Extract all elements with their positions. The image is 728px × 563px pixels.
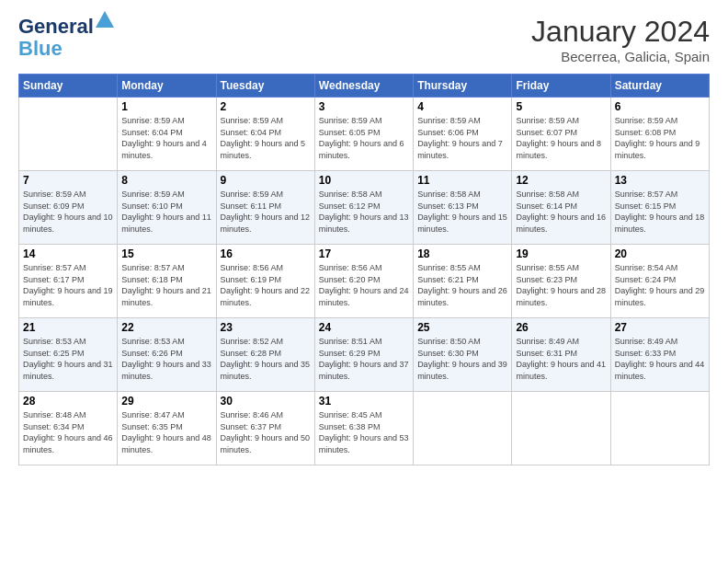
calendar-cell: [512, 392, 610, 465]
sunrise: Sunrise: 8:53 AM: [121, 337, 185, 346]
day-number: 20: [615, 247, 705, 260]
day-number: 28: [23, 395, 113, 408]
sunset: Sunset: 6:30 PM: [417, 349, 479, 358]
daylight: Daylight: 9 hours and 21 minutes.: [121, 286, 211, 307]
sunset: Sunset: 6:11 PM: [221, 201, 282, 211]
calendar-cell: 30 Sunrise: 8:46 AM Sunset: 6:37 PM Dayl…: [216, 392, 314, 465]
title-area: January 2024 Becerrea, Galicia, Spain: [531, 15, 710, 64]
sunset: Sunset: 6:26 PM: [121, 349, 183, 358]
logo-general: General: [18, 15, 94, 38]
sunset: Sunset: 6:14 PM: [516, 201, 577, 211]
sunrise: Sunrise: 8:59 AM: [417, 116, 481, 125]
sunset: Sunset: 6:07 PM: [516, 128, 577, 137]
sunset: Sunset: 6:21 PM: [417, 275, 479, 284]
calendar-cell: 26 Sunrise: 8:49 AM Sunset: 6:31 PM Dayl…: [512, 318, 610, 392]
logo: General Blue: [18, 15, 94, 61]
sunset: Sunset: 6:12 PM: [319, 201, 381, 211]
sunrise: Sunrise: 8:59 AM: [221, 116, 284, 125]
daylight: Daylight: 9 hours and 53 minutes.: [319, 433, 409, 454]
sunset: Sunset: 6:31 PM: [516, 349, 577, 358]
day-info: Sunrise: 8:53 AM Sunset: 6:26 PM Dayligh…: [121, 336, 211, 382]
day-number: 30: [221, 395, 311, 408]
daylight: Daylight: 9 hours and 15 minutes.: [417, 213, 507, 234]
daylight: Daylight: 9 hours and 29 minutes.: [615, 286, 705, 307]
day-info: Sunrise: 8:49 AM Sunset: 6:33 PM Dayligh…: [615, 336, 705, 382]
calendar-cell: 3 Sunrise: 8:59 AM Sunset: 6:05 PM Dayli…: [314, 98, 413, 171]
calendar-cell: 29 Sunrise: 8:47 AM Sunset: 6:35 PM Dayl…: [118, 392, 216, 465]
calendar-cell: 21 Sunrise: 8:53 AM Sunset: 6:25 PM Dayl…: [19, 318, 118, 392]
day-info: Sunrise: 8:53 AM Sunset: 6:25 PM Dayligh…: [23, 336, 113, 382]
day-number: 26: [516, 321, 606, 334]
month-title: January 2024: [531, 15, 710, 49]
week-row-5: 28 Sunrise: 8:48 AM Sunset: 6:34 PM Dayl…: [19, 392, 710, 465]
sunset: Sunset: 6:34 PM: [23, 422, 85, 431]
day-info: Sunrise: 8:55 AM Sunset: 6:23 PM Dayligh…: [516, 262, 606, 308]
day-info: Sunrise: 8:58 AM Sunset: 6:13 PM Dayligh…: [417, 189, 507, 235]
day-info: Sunrise: 8:48 AM Sunset: 6:34 PM Dayligh…: [23, 409, 113, 455]
daylight: Daylight: 9 hours and 26 minutes.: [417, 286, 507, 307]
col-header-friday: Friday: [512, 75, 610, 98]
daylight: Daylight: 9 hours and 28 minutes.: [516, 286, 606, 307]
sunrise: Sunrise: 8:56 AM: [221, 263, 284, 272]
daylight: Daylight: 9 hours and 33 minutes.: [121, 360, 211, 381]
day-info: Sunrise: 8:47 AM Sunset: 6:35 PM Dayligh…: [121, 409, 211, 455]
calendar-cell: 27 Sunrise: 8:49 AM Sunset: 6:33 PM Dayl…: [610, 318, 709, 392]
sunset: Sunset: 6:29 PM: [319, 349, 381, 358]
sunset: Sunset: 6:19 PM: [221, 275, 282, 284]
day-info: Sunrise: 8:58 AM Sunset: 6:12 PM Dayligh…: [319, 189, 409, 235]
daylight: Daylight: 9 hours and 24 minutes.: [319, 286, 409, 307]
calendar-cell: 2 Sunrise: 8:59 AM Sunset: 6:04 PM Dayli…: [216, 98, 314, 171]
daylight: Daylight: 9 hours and 37 minutes.: [319, 360, 409, 381]
calendar-cell: [610, 392, 709, 465]
sunrise: Sunrise: 8:59 AM: [121, 116, 185, 125]
calendar-cell: 22 Sunrise: 8:53 AM Sunset: 6:26 PM Dayl…: [118, 318, 216, 392]
svg-marker-0: [96, 11, 114, 28]
daylight: Daylight: 9 hours and 46 minutes.: [23, 433, 113, 454]
day-number: 23: [221, 321, 311, 334]
daylight: Daylight: 9 hours and 8 minutes.: [516, 139, 601, 160]
daylight: Daylight: 9 hours and 18 minutes.: [615, 213, 705, 234]
day-info: Sunrise: 8:59 AM Sunset: 6:07 PM Dayligh…: [516, 115, 606, 161]
day-info: Sunrise: 8:45 AM Sunset: 6:38 PM Dayligh…: [319, 409, 409, 455]
day-number: 31: [319, 395, 409, 408]
sunrise: Sunrise: 8:45 AM: [319, 410, 382, 419]
day-info: Sunrise: 8:57 AM Sunset: 6:15 PM Dayligh…: [615, 189, 705, 235]
sunrise: Sunrise: 8:46 AM: [221, 410, 284, 419]
day-number: 16: [221, 247, 311, 260]
calendar-cell: 1 Sunrise: 8:59 AM Sunset: 6:04 PM Dayli…: [118, 98, 216, 171]
sunset: Sunset: 6:24 PM: [615, 275, 677, 284]
sunset: Sunset: 6:23 PM: [516, 275, 577, 284]
daylight: Daylight: 9 hours and 39 minutes.: [417, 360, 507, 381]
header: General Blue January 2024 Becerrea, Gali…: [18, 15, 710, 64]
sunset: Sunset: 6:35 PM: [121, 422, 183, 431]
daylight: Daylight: 9 hours and 4 minutes.: [121, 139, 207, 160]
calendar-cell: [414, 392, 512, 465]
daylight: Daylight: 9 hours and 22 minutes.: [221, 286, 311, 307]
day-number: 15: [121, 247, 211, 260]
calendar-cell: 13 Sunrise: 8:57 AM Sunset: 6:15 PM Dayl…: [610, 171, 709, 245]
sunrise: Sunrise: 8:50 AM: [417, 337, 481, 346]
daylight: Daylight: 9 hours and 7 minutes.: [417, 139, 503, 160]
calendar-cell: 23 Sunrise: 8:52 AM Sunset: 6:28 PM Dayl…: [216, 318, 314, 392]
day-number: 4: [417, 100, 507, 113]
calendar-cell: 28 Sunrise: 8:48 AM Sunset: 6:34 PM Dayl…: [19, 392, 118, 465]
day-info: Sunrise: 8:59 AM Sunset: 6:11 PM Dayligh…: [221, 189, 311, 235]
logo-triangle-icon: [96, 11, 114, 29]
day-info: Sunrise: 8:56 AM Sunset: 6:19 PM Dayligh…: [221, 262, 311, 308]
day-info: Sunrise: 8:55 AM Sunset: 6:21 PM Dayligh…: [417, 262, 507, 308]
day-info: Sunrise: 8:57 AM Sunset: 6:17 PM Dayligh…: [23, 262, 113, 308]
daylight: Daylight: 9 hours and 10 minutes.: [23, 213, 113, 234]
week-row-2: 7 Sunrise: 8:59 AM Sunset: 6:09 PM Dayli…: [19, 171, 710, 245]
day-number: 1: [121, 100, 211, 113]
day-number: 19: [516, 247, 606, 260]
day-info: Sunrise: 8:58 AM Sunset: 6:14 PM Dayligh…: [516, 189, 606, 235]
day-number: 2: [221, 100, 311, 113]
sunrise: Sunrise: 8:55 AM: [516, 263, 579, 272]
sunset: Sunset: 6:15 PM: [615, 201, 677, 211]
day-number: 6: [615, 100, 705, 113]
day-number: 9: [221, 174, 311, 187]
calendar-cell: 8 Sunrise: 8:59 AM Sunset: 6:10 PM Dayli…: [118, 171, 216, 245]
day-number: 17: [319, 247, 409, 260]
day-info: Sunrise: 8:59 AM Sunset: 6:08 PM Dayligh…: [615, 115, 705, 161]
col-header-saturday: Saturday: [610, 75, 709, 98]
